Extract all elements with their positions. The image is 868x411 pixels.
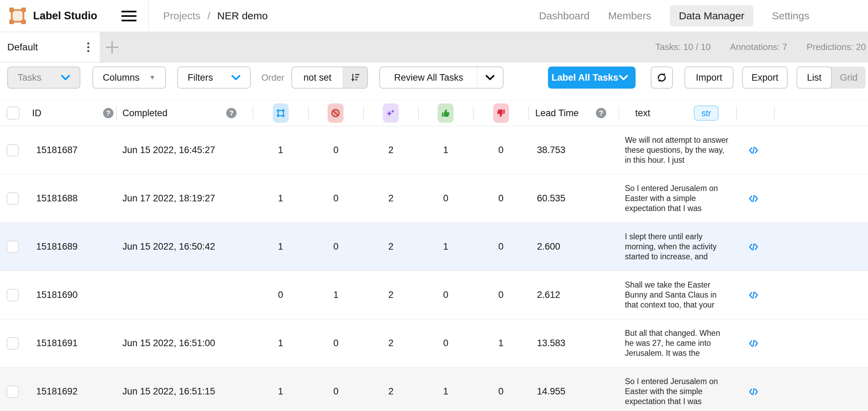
rejected-count: 1 (473, 319, 529, 367)
help-icon[interactable]: ? (103, 108, 113, 118)
tab-label: Default (7, 42, 38, 53)
column-header-completed[interactable]: Completed (122, 100, 168, 126)
import-button[interactable]: Import (685, 67, 734, 89)
source-view-button[interactable] (744, 319, 763, 367)
predictions-count: 2 (363, 126, 418, 174)
code-icon (747, 290, 760, 300)
predictions-count: 2 (363, 271, 418, 319)
menu-icon[interactable] (121, 11, 137, 21)
row-checkbox[interactable] (7, 144, 19, 157)
column-header-lead-time[interactable]: Lead Time (535, 100, 579, 126)
chevron-down-icon (619, 75, 628, 80)
review-dropdown-toggle[interactable] (477, 67, 503, 88)
column-header-id[interactable]: ID (32, 100, 41, 126)
toolbar: Tasks Columns ▼ Filters Order not set (0, 62, 868, 100)
refresh-button[interactable] (651, 67, 673, 89)
table-row[interactable]: 15181690 0 1 2 0 0 2.612 Shall we take t… (0, 271, 868, 319)
label-all-tasks-button[interactable]: Label All Tasks (548, 67, 636, 89)
accepted-count: 0 (418, 174, 473, 222)
column-divider (529, 106, 529, 121)
lead-time-value: 2.612 (537, 271, 560, 319)
source-view-button[interactable] (744, 271, 763, 319)
lead-time-value: 13.583 (537, 319, 566, 367)
rejected-count: 0 (473, 174, 529, 222)
rejected-column-icon[interactable] (493, 103, 509, 123)
code-icon (747, 145, 760, 156)
row-checkbox[interactable] (7, 241, 19, 253)
code-icon (747, 193, 760, 204)
column-header-text[interactable]: text (635, 100, 650, 126)
annotations-count: 1 (253, 223, 308, 271)
table-row[interactable]: 15181692 Jun 15 2022, 16:51:15 1 0 2 1 0… (0, 368, 868, 411)
columns-dropdown[interactable]: Columns ▼ (92, 67, 166, 89)
accepted-column-icon[interactable] (438, 103, 453, 123)
task-id: 15181689 (36, 223, 78, 271)
task-text-snippet: We will not attempt to answer these ques… (625, 126, 728, 174)
predictions-count: 2 (363, 223, 418, 271)
annotations-column-icon[interactable] (273, 103, 289, 123)
lead-time-value: 60.535 (537, 174, 566, 222)
source-view-button[interactable] (744, 126, 763, 174)
review-all-tasks-button[interactable]: Review All Tasks (379, 67, 503, 89)
predictions-count: 2 (363, 319, 418, 367)
table-row[interactable]: 15181691 Jun 15 2022, 16:51:00 1 0 2 0 1… (0, 319, 868, 368)
export-button[interactable]: Export (742, 67, 788, 89)
source-view-button[interactable] (744, 368, 763, 411)
rejected-count: 0 (473, 126, 529, 174)
string-type-badge: str (694, 106, 719, 121)
tasks-dropdown[interactable]: Tasks (7, 67, 80, 89)
select-all-checkbox[interactable] (7, 107, 20, 120)
nav-dashboard[interactable]: Dashboard (539, 10, 590, 22)
annotations-count: 1 (253, 126, 308, 174)
breadcrumb-projects[interactable]: Projects (163, 10, 200, 22)
accepted-count: 0 (418, 271, 473, 319)
order-value-button[interactable]: not set (291, 67, 368, 89)
filters-dropdown-label: Filters (188, 72, 213, 83)
table-row[interactable]: 15181687 Jun 15 2022, 16:45:27 1 0 2 1 0… (0, 126, 868, 174)
view-grid-button[interactable]: Grid (832, 67, 866, 89)
export-label: Export (751, 72, 778, 83)
label-all-tasks-label: Label All Tasks (551, 72, 618, 83)
label-studio-logo-icon (9, 7, 26, 24)
header-divider (148, 0, 149, 32)
task-id: 15181687 (36, 126, 78, 174)
plus-icon (106, 41, 118, 53)
row-checkbox[interactable] (7, 289, 19, 301)
source-view-button[interactable] (744, 174, 763, 222)
column-divider (619, 106, 619, 121)
cancelled-annotations-column-icon[interactable] (328, 103, 343, 123)
source-view-button[interactable] (744, 223, 763, 271)
help-icon[interactable]: ? (596, 108, 606, 118)
chevron-down-icon (61, 75, 70, 80)
task-id: 15181690 (36, 271, 78, 319)
task-text-snippet: But all that changed. When he was 27, he… (625, 319, 728, 367)
row-checkbox[interactable] (7, 385, 19, 398)
predictions-column-icon[interactable] (383, 103, 399, 123)
columns-dropdown-label: Columns (103, 72, 140, 83)
tab-options-icon[interactable] (87, 42, 89, 52)
top-nav: Dashboard Members Data Manager Settings (539, 5, 868, 27)
tasks-dropdown-label: Tasks (18, 72, 41, 83)
rejected-count: 0 (473, 271, 529, 319)
nav-data-manager[interactable]: Data Manager (670, 5, 753, 27)
chevron-down-icon (486, 75, 495, 80)
add-tab-button[interactable] (100, 32, 124, 62)
refresh-icon (656, 71, 668, 84)
row-checkbox[interactable] (7, 337, 19, 350)
filters-dropdown[interactable]: Filters (177, 67, 251, 89)
table-row[interactable]: 15181688 Jun 17 2022, 18:19:27 1 0 2 0 0… (0, 174, 868, 223)
breadcrumb: Projects / NER demo (163, 10, 268, 22)
nav-members[interactable]: Members (608, 10, 651, 22)
stat-tasks: Tasks: 10 / 10 (655, 42, 710, 52)
nav-settings[interactable]: Settings (772, 10, 809, 22)
column-divider (736, 106, 737, 121)
table-row[interactable]: 15181689 Jun 15 2022, 16:50:42 1 0 2 1 0… (0, 223, 868, 271)
help-icon[interactable]: ? (226, 108, 237, 118)
completed-date: Jun 15 2022, 16:51:15 (122, 368, 215, 411)
row-checkbox[interactable] (7, 192, 19, 205)
view-list-button[interactable]: List (797, 67, 832, 89)
tab-default[interactable]: Default (0, 32, 100, 62)
task-text-snippet: I slept there until early morning, when … (625, 223, 728, 271)
column-divider (116, 106, 117, 121)
sort-direction-button[interactable] (343, 67, 367, 88)
